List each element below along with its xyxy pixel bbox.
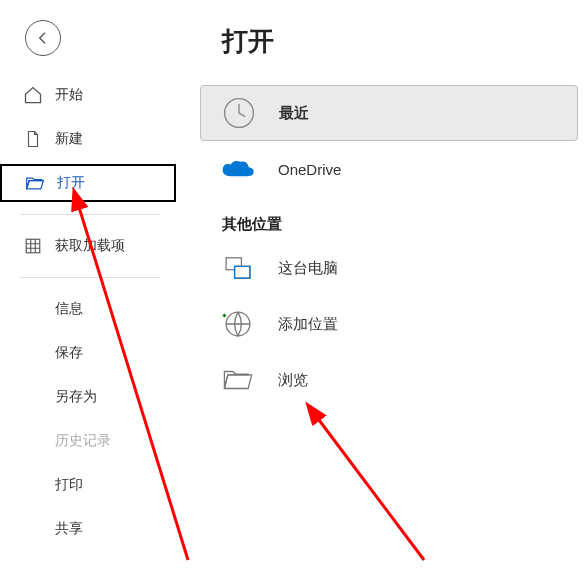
main-panel: 打开 最近 OneDrive 其他位置 这台电脑 添加位置 浏览 bbox=[200, 0, 588, 583]
sidebar-item-label: 打开 bbox=[57, 174, 85, 192]
location-label: OneDrive bbox=[278, 161, 341, 178]
sidebar-item-save[interactable]: 保存 bbox=[0, 334, 180, 372]
document-icon bbox=[23, 129, 43, 149]
location-addplace[interactable]: 添加位置 bbox=[200, 296, 578, 352]
svg-rect-0 bbox=[26, 239, 40, 253]
location-label: 浏览 bbox=[278, 371, 308, 390]
globe-plus-icon bbox=[218, 304, 258, 344]
home-icon bbox=[23, 85, 43, 105]
location-recent[interactable]: 最近 bbox=[200, 85, 578, 141]
page-title: 打开 bbox=[222, 24, 578, 59]
computer-icon bbox=[218, 248, 258, 288]
clock-icon bbox=[219, 93, 259, 133]
sidebar-item-share[interactable]: 共享 bbox=[0, 510, 180, 548]
onedrive-icon bbox=[218, 149, 258, 189]
location-label: 最近 bbox=[279, 104, 309, 123]
sidebar-item-label: 共享 bbox=[55, 520, 83, 538]
arrow-left-icon bbox=[35, 30, 51, 46]
location-thispc[interactable]: 这台电脑 bbox=[200, 240, 578, 296]
location-onedrive[interactable]: OneDrive bbox=[200, 141, 578, 197]
sidebar-item-home[interactable]: 开始 bbox=[0, 76, 180, 114]
sidebar-item-label: 开始 bbox=[55, 86, 83, 104]
folder-open-icon bbox=[25, 173, 45, 193]
section-header-other: 其他位置 bbox=[222, 215, 578, 234]
folder-icon bbox=[218, 360, 258, 400]
sidebar-item-info[interactable]: 信息 bbox=[0, 290, 180, 328]
grid-icon bbox=[23, 236, 43, 256]
location-browse[interactable]: 浏览 bbox=[200, 352, 578, 408]
sidebar-item-addins[interactable]: 获取加载项 bbox=[0, 227, 180, 265]
location-label: 这台电脑 bbox=[278, 259, 338, 278]
sidebar-item-history[interactable]: 历史记录 bbox=[0, 422, 180, 460]
sidebar-item-print[interactable]: 打印 bbox=[0, 466, 180, 504]
sidebar-item-saveas[interactable]: 另存为 bbox=[0, 378, 180, 416]
sidebar-item-label: 打印 bbox=[55, 476, 83, 494]
back-button[interactable] bbox=[25, 20, 61, 56]
divider bbox=[20, 277, 160, 278]
sidebar-item-label: 保存 bbox=[55, 344, 83, 362]
location-label: 添加位置 bbox=[278, 315, 338, 334]
divider bbox=[20, 214, 160, 215]
sidebar: 开始 新建 打开 获取加载项 信息 保存 另存为 历史记录 打印 共享 bbox=[0, 0, 180, 583]
svg-rect-3 bbox=[235, 266, 250, 278]
sidebar-item-label: 新建 bbox=[55, 130, 83, 148]
sidebar-item-label: 获取加载项 bbox=[55, 237, 125, 255]
sidebar-item-open[interactable]: 打开 bbox=[0, 164, 176, 202]
sidebar-item-new[interactable]: 新建 bbox=[0, 120, 180, 158]
sidebar-item-label: 信息 bbox=[55, 300, 83, 318]
sidebar-item-label: 历史记录 bbox=[55, 432, 111, 450]
sidebar-item-label: 另存为 bbox=[55, 388, 97, 406]
